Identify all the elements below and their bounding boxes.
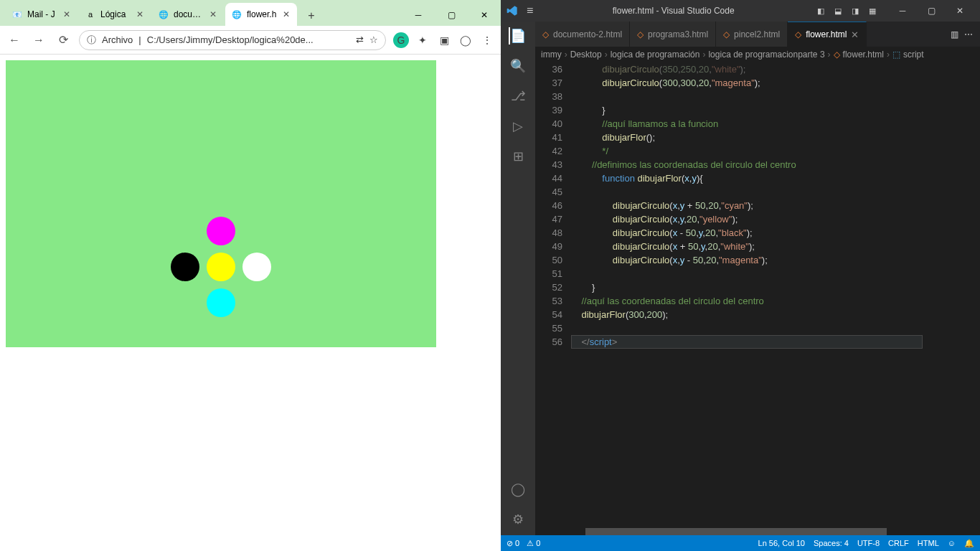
code-area[interactable]: 3637383940414243444546474849505152535455… [535, 62, 980, 528]
tab-label: docume [174, 9, 204, 19]
editor-tab[interactable]: ◇programa3.html [630, 22, 716, 47]
html-file-icon: ◇ [795, 29, 801, 39]
code-line[interactable]: dibujarCirculo(x,y,20,"yellow"); [571, 212, 923, 226]
code-line[interactable] [571, 90, 923, 103]
status-warnings[interactable]: ⚠ 0 [527, 539, 540, 548]
horizontal-scrollbar[interactable] [535, 528, 980, 535]
tab-close-icon[interactable]: ✕ [62, 9, 72, 19]
browser-tab[interactable]: 🌐flower.h✕ [225, 3, 297, 26]
breadcrumb[interactable]: immy›Desktop›logica de programación›logi… [535, 47, 980, 62]
editor-tab[interactable]: ◇flower.html✕ [788, 22, 867, 47]
more-actions-icon[interactable]: ⋯ [964, 29, 973, 39]
app-menu-button[interactable]: ≡ [527, 4, 533, 17]
close-button[interactable]: ✕ [468, 4, 501, 26]
status-lang[interactable]: HTML [918, 539, 939, 548]
minimize-button[interactable]: ─ [402, 4, 435, 26]
minimap[interactable] [923, 62, 980, 528]
code-line[interactable]: //aquí las coordenadas del circulo del c… [571, 294, 923, 308]
source-control-icon[interactable]: ⎇ [509, 88, 527, 105]
vscode-maximize-button[interactable]: ▢ [917, 0, 946, 22]
breadcrumb-item[interactable]: immy [541, 50, 562, 60]
layout-bottom-icon[interactable]: ⬓ [831, 4, 845, 18]
tab-close-icon[interactable]: ✕ [851, 29, 859, 40]
address-field[interactable]: ⓘ Archivo | C:/Users/Jimmy/Desktop/logic… [79, 30, 386, 50]
code-line[interactable]: function dibujarFlor(x,y){ [571, 171, 923, 185]
breadcrumb-item[interactable]: logica de programacionparte 3 [708, 50, 824, 60]
translate-icon[interactable]: ⇄ [356, 34, 364, 45]
breadcrumb-item[interactable]: ◇flower.html [834, 50, 884, 60]
reload-button[interactable]: ⟳ [55, 32, 72, 49]
run-debug-icon[interactable]: ▷ [509, 118, 527, 135]
status-errors[interactable]: ⊘ 0 [507, 539, 519, 548]
split-editor-icon[interactable]: ▥ [951, 29, 958, 39]
settings-icon[interactable]: ⚙ [509, 511, 527, 528]
code-line[interactable]: dibujarFlor(); [571, 131, 923, 144]
tab-close-icon[interactable]: ✕ [281, 9, 291, 19]
layout-custom-icon[interactable]: ▦ [865, 4, 880, 18]
code-line[interactable]: } [571, 103, 923, 117]
back-button[interactable]: ← [6, 32, 23, 49]
status-feedback[interactable]: ☺ [948, 539, 956, 548]
browser-tab[interactable]: 🌐docume✕ [152, 3, 224, 26]
vscode-minimize-button[interactable]: ─ [888, 0, 917, 22]
code-line[interactable]: dibujarCirculo(350,250,20,"white"); [571, 62, 923, 76]
tab-label: documento-2.html [553, 29, 622, 39]
layout-left-icon[interactable]: ◧ [814, 4, 828, 18]
vscode-title: flower.html - Visual Studio Code [542, 6, 805, 16]
editor-tab[interactable]: ◇pincel2.html [716, 22, 788, 47]
layout-right-icon[interactable]: ◨ [848, 4, 862, 18]
code-line[interactable]: */ [571, 144, 923, 158]
bookmark-icon[interactable]: ☆ [369, 34, 378, 45]
code-line[interactable]: dibujarFlor(300,200); [571, 308, 923, 321]
address-path: C:/Users/Jimmy/Desktop/logica%20de... [147, 34, 350, 45]
breadcrumb-item[interactable]: logica de programación [611, 50, 700, 60]
code-line[interactable]: dibujarCirculo(300,300,20,"magenta"); [571, 76, 923, 90]
code-line[interactable] [571, 185, 923, 199]
extensions-icon[interactable]: ✦ [415, 32, 430, 48]
status-bell[interactable]: 🔔 [964, 539, 974, 548]
status-encoding[interactable]: UTF-8 [857, 539, 880, 548]
editor-tab[interactable]: ◇documento-2.html [535, 22, 630, 47]
new-tab-button[interactable]: + [301, 6, 321, 26]
code-lines[interactable]: dibujarCirculo(350,250,20,"white"); dibu… [571, 62, 923, 528]
explorer-icon[interactable]: 📄 [509, 27, 526, 44]
search-icon[interactable]: 🔍 [509, 57, 527, 75]
grammarly-icon[interactable]: G [393, 32, 409, 48]
code-line[interactable]: } [571, 281, 923, 294]
code-line[interactable]: dibujarCirculo(x - 50,y,20,"black"); [571, 226, 923, 240]
status-spaces[interactable]: Spaces: 4 [814, 539, 849, 548]
extensions-icon[interactable]: ⊞ [509, 148, 527, 165]
code-line[interactable] [571, 267, 923, 281]
editor: ◇documento-2.html◇programa3.html◇pincel2… [535, 22, 980, 535]
activity-bar: 📄 🔍 ⎇ ▷ ⊞ ◯ ⚙ [501, 22, 535, 535]
code-line[interactable] [571, 321, 923, 335]
tab-label: flower.html [806, 29, 847, 39]
extensions: G ✦ ▣ ◯ ⋮ [393, 32, 495, 48]
tab-close-icon[interactable]: ✕ [135, 9, 145, 19]
circle [207, 288, 235, 317]
tab-close-icon[interactable]: ✕ [208, 9, 218, 19]
profile-icon[interactable]: ◯ [458, 32, 473, 48]
browser-tab[interactable]: aLógica✕ [79, 3, 151, 26]
tab-label: pincel2.html [734, 29, 780, 39]
maximize-button[interactable]: ▢ [435, 4, 468, 26]
menu-icon[interactable]: ⋮ [479, 32, 495, 48]
favicon-icon: 🌐 [231, 9, 242, 20]
forward-button[interactable]: → [30, 32, 47, 49]
code-line[interactable]: dibujarCirculo(x + 50,y,20,"white"); [571, 240, 923, 253]
status-lncol[interactable]: Ln 56, Col 10 [758, 539, 805, 548]
code-line[interactable]: dibujarCirculo(x,y - 50,20,"magenta"); [571, 253, 923, 267]
code-line[interactable]: </script> [571, 335, 923, 349]
code-line[interactable]: dibujarCirculo(x,y + 50,20,"cyan"); [571, 199, 923, 212]
breadcrumb-item[interactable]: ⬚script [892, 50, 924, 60]
code-line[interactable]: //aquí llamamos a la funcion [571, 117, 923, 131]
vscode-close-button[interactable]: ✕ [946, 0, 974, 22]
account-icon[interactable]: ◯ [509, 481, 527, 498]
editor-tabs: ◇documento-2.html◇programa3.html◇pincel2… [535, 22, 980, 47]
breadcrumb-item[interactable]: Desktop [570, 50, 602, 60]
window-icon[interactable]: ▣ [436, 32, 452, 48]
browser-tab[interactable]: 📧Mail - J✕ [6, 3, 77, 26]
status-eol[interactable]: CRLF [888, 539, 909, 548]
code-line[interactable]: //definimos las coordenadas del circulo … [571, 158, 923, 171]
address-bar: ← → ⟳ ⓘ Archivo | C:/Users/Jimmy/Desktop… [0, 26, 501, 55]
